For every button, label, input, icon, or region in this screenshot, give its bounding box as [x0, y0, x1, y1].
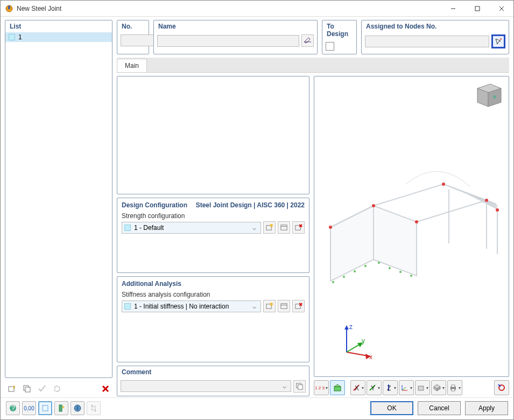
comment-extra-button[interactable]: [293, 380, 306, 393]
pick-nodes-button[interactable]: [491, 34, 505, 48]
comment-header: Comment: [117, 366, 309, 378]
assigned-nodes-input[interactable]: [365, 36, 489, 47]
svg-line-37: [374, 184, 443, 206]
app-icon: [5, 4, 13, 13]
grid-button[interactable]: [38, 401, 52, 415]
svg-rect-88: [452, 385, 455, 387]
close-button[interactable]: [489, 1, 513, 16]
minimize-button[interactable]: [441, 1, 465, 16]
maximize-button[interactable]: [465, 1, 489, 16]
stiffness-label: Stiffness analysis configuration: [122, 291, 305, 298]
view-x-button[interactable]: X▾: [350, 380, 365, 395]
design-standard-link[interactable]: Steel Joint Design | AISC 360 | 2022: [196, 201, 305, 209]
strength-combo[interactable]: 1 - Default ⌵: [122, 222, 261, 234]
copy-item-button[interactable]: [20, 382, 34, 396]
svg-line-40: [417, 184, 443, 222]
target-button[interactable]: [494, 380, 509, 395]
units-button[interactable]: 0,00: [22, 401, 36, 415]
list-toolbar: [5, 381, 112, 396]
display-mode-button[interactable]: ▾: [415, 380, 430, 395]
view-z-button[interactable]: Z▾: [383, 380, 398, 395]
show-model-button[interactable]: [330, 380, 345, 395]
script-button[interactable]: [87, 401, 101, 415]
svg-rect-23: [281, 304, 287, 309]
svg-line-39: [417, 200, 487, 222]
svg-rect-29: [298, 385, 302, 389]
ok-button[interactable]: OK: [370, 401, 413, 415]
globe-button[interactable]: [71, 401, 85, 415]
svg-point-98: [95, 410, 96, 412]
print-button[interactable]: ▾: [447, 380, 462, 395]
help-button[interactable]: ?: [6, 401, 20, 415]
list-item[interactable]: 1: [5, 32, 112, 42]
svg-marker-64: [344, 325, 349, 330]
design-config-header: Design Configuration: [122, 201, 187, 209]
svg-marker-73: [334, 384, 341, 387]
svg-text:x: x: [369, 353, 372, 361]
comment-combo[interactable]: ⌵: [121, 380, 291, 392]
svg-rect-83: [418, 386, 424, 390]
name-input[interactable]: [157, 35, 299, 47]
svg-line-65: [347, 352, 368, 356]
preview-blank: [117, 76, 309, 194]
library-config-button[interactable]: [278, 221, 290, 234]
svg-rect-95: [59, 405, 62, 411]
svg-text:X: X: [355, 384, 359, 392]
todesign-checkbox[interactable]: [326, 42, 334, 51]
iso-view-button[interactable]: ▾: [431, 380, 446, 395]
delete-stiff-button[interactable]: [292, 300, 305, 312]
edit-name-button[interactable]: [301, 34, 314, 47]
svg-rect-6: [9, 387, 14, 391]
view-y-button[interactable]: Y▾: [367, 380, 382, 395]
new-config-button[interactable]: [263, 221, 276, 234]
delete-config-button[interactable]: [292, 221, 305, 234]
no-label: No.: [117, 20, 149, 32]
todesign-label: To Design: [322, 20, 356, 40]
svg-rect-72: [334, 387, 341, 391]
comment-section: Comment ⌵: [117, 366, 309, 396]
svg-point-15: [270, 224, 273, 227]
new-item-button[interactable]: [5, 382, 19, 396]
list-item-label: 1: [18, 33, 22, 41]
stiffness-value: 1 - Initial stiffness | No interaction: [134, 303, 250, 310]
library-stiff-button[interactable]: [278, 300, 290, 312]
additional-header: Additional Analysis: [122, 280, 181, 288]
nav-cube-icon[interactable]: [472, 81, 504, 111]
show-numbers-button[interactable]: 1 2 3▾: [314, 380, 329, 395]
svg-point-55: [399, 271, 402, 273]
window-title: New Steel Joint: [17, 5, 441, 12]
cancel-button[interactable]: Cancel: [418, 401, 461, 415]
svg-line-67: [347, 344, 360, 352]
svg-point-57: [329, 226, 332, 229]
check-button[interactable]: [35, 382, 49, 396]
refresh-button[interactable]: [50, 382, 64, 396]
tabs: Main: [117, 58, 509, 73]
axis-triad-icon: z x y: [336, 323, 384, 366]
svg-text:z: z: [349, 323, 353, 331]
list-header: List: [5, 20, 112, 32]
stiffness-combo[interactable]: 1 - Initial stiffness | No interaction ⌵: [122, 300, 261, 312]
additional-analysis-section: Additional Analysis Stiffness analysis c…: [117, 276, 309, 362]
chevron-down-icon: ⌵: [280, 382, 288, 390]
strength-label: Strength configuration: [122, 212, 305, 220]
svg-text:y: y: [362, 337, 365, 345]
model-viewport[interactable]: z x y: [314, 76, 509, 377]
svg-point-52: [364, 265, 367, 267]
svg-point-59: [415, 220, 418, 223]
axis-toggle-button[interactable]: ▾: [399, 380, 414, 395]
chevron-down-icon: ⌵: [250, 224, 258, 232]
svg-point-49: [332, 281, 334, 283]
wizard-button[interactable]: [54, 401, 68, 415]
new-stiff-button[interactable]: [263, 300, 276, 312]
svg-line-82: [402, 387, 406, 390]
svg-rect-16: [281, 225, 287, 230]
svg-point-60: [442, 183, 445, 186]
apply-button[interactable]: Apply: [465, 401, 508, 415]
svg-point-50: [343, 276, 345, 278]
delete-button[interactable]: [98, 382, 112, 396]
tab-main[interactable]: Main: [117, 59, 147, 72]
strength-value: 1 - Default: [134, 224, 250, 232]
svg-point-62: [496, 208, 499, 212]
svg-point-22: [270, 303, 273, 306]
svg-text:?: ?: [11, 404, 15, 412]
